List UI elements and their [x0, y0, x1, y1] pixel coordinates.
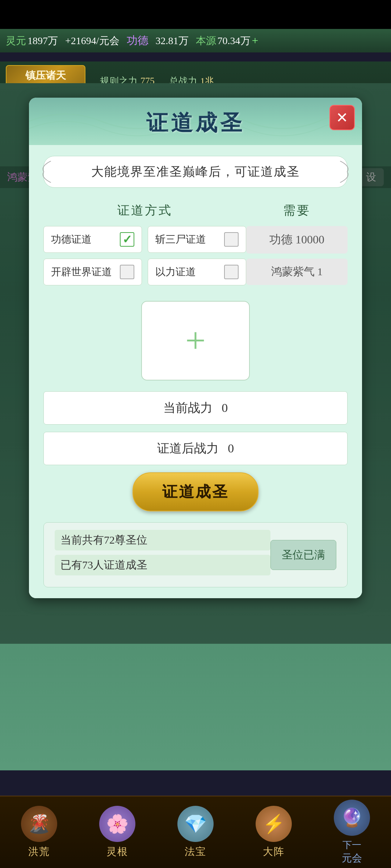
- method-world-btn[interactable]: 开辟世界证道: [43, 259, 142, 285]
- need-section-label: 需要: [246, 202, 348, 219]
- rate-value: +21694/元会: [65, 34, 119, 48]
- description-text: 大能境界至准圣巅峰后，可证道成圣: [91, 165, 300, 178]
- method-world-checkbox: [120, 265, 134, 279]
- method-merit-checkbox: ✓: [120, 232, 134, 247]
- method-section-label: 证道方式: [43, 202, 246, 219]
- method-right: 需要 功德 10000 鸿蒙紫气 1: [246, 202, 348, 290]
- dazhen-icon: ⚡: [256, 806, 292, 842]
- top-bar: [0, 0, 391, 29]
- req-hongmeng-text: 鸿蒙紫气 1: [271, 265, 323, 277]
- modal-header: 证道成圣 ✕: [29, 98, 362, 145]
- req-hongmeng-card: 鸿蒙紫气 1: [246, 259, 348, 285]
- info-text-group: 当前共有72尊圣位 已有73人证道成圣: [55, 530, 270, 580]
- nav-label-next-bottom: 元会: [342, 851, 362, 865]
- method-world-label: 开辟世界证道: [51, 265, 112, 279]
- nav-label-next-top: 下一: [342, 839, 361, 851]
- nav-label-honghuang: 洪荒: [28, 845, 50, 859]
- bottom-nav: 🌋 洪荒 🌸 灵根 💎 法宝 ⚡ 大阵 🔮 下一 元会: [0, 796, 391, 868]
- source-value: 70.34万: [218, 34, 251, 48]
- lingyuan-label: 灵元: [6, 34, 26, 48]
- game-header: 灵元 1897万 +21694/元会 功德 32.81万 本源 70.34万 +: [0, 29, 391, 52]
- current-power-value: 0: [222, 401, 228, 414]
- method-merit-btn[interactable]: 功德证道 ✓: [43, 226, 142, 253]
- fazao-icon: 💎: [177, 806, 214, 842]
- checkmark-icon: ✓: [122, 233, 132, 246]
- source-stat: 本源 70.34万 +: [196, 34, 258, 48]
- total-seats-text: 当前共有72尊圣位: [55, 530, 270, 550]
- plus-icon: +: [185, 323, 206, 359]
- close-icon: ✕: [336, 109, 348, 126]
- lingyuan-value: 1897万: [28, 34, 58, 48]
- source-label: 本源: [196, 34, 216, 48]
- modal-body: 大能境界至准圣巅峰后，可证道成圣 证道方式 功德证道 ✓: [29, 145, 362, 598]
- add-item-button[interactable]: +: [141, 301, 250, 380]
- method-left: 证道方式 功德证道 ✓ 斩三尸证道: [43, 202, 246, 285]
- merit-stat: 32.81万: [156, 34, 189, 48]
- method-force-checkbox: [224, 265, 239, 279]
- nav-label-fazao: 法宝: [185, 845, 206, 859]
- after-power-box: 证道后战力 0: [43, 432, 348, 465]
- modal-overlay: 证道成圣 ✕ 大能境界至准圣巅峰后，可证道成圣: [0, 83, 391, 644]
- method-section: 证道方式 功德证道 ✓ 斩三尸证道: [43, 202, 348, 290]
- nav-label-dazhen: 大阵: [263, 845, 285, 859]
- nav-item-next[interactable]: 🔮 下一 元会: [334, 800, 370, 865]
- current-power-box: 当前战力 0: [43, 391, 348, 425]
- nav-item-dazhen[interactable]: ⚡ 大阵: [256, 806, 292, 859]
- next-icon: 🔮: [334, 800, 370, 836]
- next-label-group: 下一 元会: [342, 839, 362, 865]
- req-merit-text: 功德 10000: [269, 233, 324, 246]
- nav-item-fazao[interactable]: 💎 法宝: [177, 806, 214, 859]
- certified-count-text: 已有73人证道成圣: [55, 555, 270, 575]
- current-power-label: 当前战力: [163, 401, 213, 414]
- nav-item-honghuang[interactable]: 🌋 洪荒: [21, 806, 57, 859]
- lingyuan-stat: 灵元 1897万: [6, 34, 58, 48]
- source-plus-icon[interactable]: +: [252, 34, 258, 47]
- nav-label-lingen: 灵根: [106, 845, 128, 859]
- confirm-button[interactable]: 证道成圣: [133, 472, 258, 511]
- after-power-label: 证道后战力: [157, 442, 219, 455]
- nav-item-lingen[interactable]: 🌸 灵根: [99, 806, 135, 859]
- close-button[interactable]: ✕: [329, 105, 355, 130]
- method-merit-label: 功德证道: [51, 233, 92, 246]
- zhenya-title: 镇压诸天: [14, 69, 77, 82]
- method-grid: 功德证道 ✓ 斩三尸证道 开辟世界证道: [43, 226, 246, 285]
- description-box: 大能境界至准圣巅峰后，可证道成圣: [43, 156, 348, 188]
- method-slash-label: 斩三尸证道: [155, 233, 206, 246]
- lingen-icon: 🌸: [99, 806, 135, 842]
- seats-full-button[interactable]: 圣位已满: [270, 540, 336, 570]
- bottom-info-section: 当前共有72尊圣位 已有73人证道成圣 圣位已满: [43, 522, 348, 587]
- modal-dialog: 证道成圣 ✕ 大能境界至准圣巅峰后，可证道成圣: [29, 98, 362, 598]
- honghuang-icon: 🌋: [21, 806, 57, 842]
- method-force-btn[interactable]: 以力证道: [148, 259, 246, 285]
- merit-value: 32.81万: [156, 34, 189, 48]
- rate-stat: +21694/元会: [65, 34, 119, 48]
- method-slash-btn[interactable]: 斩三尸证道: [148, 226, 246, 253]
- merit-label: 功德: [127, 33, 148, 48]
- after-power-value: 0: [228, 442, 234, 455]
- req-merit-card: 功德 10000: [246, 226, 348, 254]
- plus-area: +: [43, 301, 348, 380]
- method-slash-checkbox: [224, 232, 239, 247]
- method-force-label: 以力证道: [155, 265, 196, 279]
